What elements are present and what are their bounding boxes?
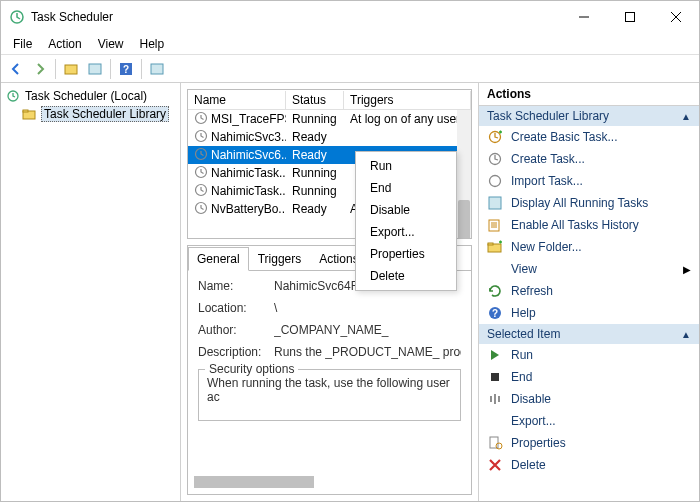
maximize-button[interactable] <box>607 1 653 33</box>
actions-selected-label: Selected Item <box>487 327 560 341</box>
ctx-properties[interactable]: Properties <box>356 243 456 265</box>
menu-action[interactable]: Action <box>40 35 89 53</box>
task-name: NvBatteryBo... <box>211 202 286 216</box>
clock-icon <box>194 201 208 218</box>
action-display-running[interactable]: Display All Running Tasks <box>479 192 699 214</box>
label-author: Author: <box>198 323 274 337</box>
action-end[interactable]: End <box>479 366 699 388</box>
create-basic-icon <box>487 129 503 145</box>
ctx-delete[interactable]: Delete <box>356 265 456 287</box>
task-name: MSI_TraceFPS <box>211 112 286 126</box>
create-icon <box>487 151 503 167</box>
task-status: Ready <box>286 148 344 162</box>
menu-file[interactable]: File <box>5 35 40 53</box>
svg-point-18 <box>490 176 501 187</box>
ctx-disable[interactable]: Disable <box>356 199 456 221</box>
vertical-scrollbar[interactable] <box>457 110 471 238</box>
svg-rect-22 <box>488 243 493 245</box>
folder-icon <box>487 239 503 255</box>
action-label: View <box>511 262 537 276</box>
toolbar-btn-2[interactable] <box>84 58 106 80</box>
toolbar: ? <box>1 55 699 83</box>
import-icon <box>487 173 503 189</box>
toolbar-btn-3[interactable] <box>146 58 168 80</box>
action-run[interactable]: Run <box>479 344 699 366</box>
action-help[interactable]: ?Help <box>479 302 699 324</box>
svg-rect-6 <box>151 64 163 74</box>
toolbar-btn-1[interactable] <box>60 58 82 80</box>
value-description: Runs the _PRODUCT_NAME_ produc <box>274 345 461 359</box>
tree-root[interactable]: Task Scheduler (Local) <box>3 87 178 105</box>
properties-icon <box>487 435 503 451</box>
action-delete[interactable]: Delete <box>479 454 699 476</box>
svg-rect-1 <box>626 13 635 22</box>
minimize-button[interactable] <box>561 1 607 33</box>
forward-button[interactable] <box>29 58 51 80</box>
tree-library-label: Task Scheduler Library <box>41 106 169 122</box>
action-create[interactable]: Create Task... <box>479 148 699 170</box>
value-author: _COMPANY_NAME_ <box>274 323 461 337</box>
action-label: Display All Running Tasks <box>511 196 648 210</box>
action-refresh[interactable]: Refresh <box>479 280 699 302</box>
clock-icon <box>194 129 208 146</box>
collapse-icon: ▲ <box>681 329 691 340</box>
horizontal-scrollbar[interactable] <box>194 476 314 488</box>
task-row[interactable]: MSI_TraceFPSRunningAt log on of any user <box>188 110 471 128</box>
action-label: Import Task... <box>511 174 583 188</box>
col-name[interactable]: Name <box>188 91 286 109</box>
menu-help[interactable]: Help <box>132 35 173 53</box>
task-name: NahimicTask... <box>211 184 286 198</box>
action-disable[interactable]: Disable <box>479 388 699 410</box>
action-properties[interactable]: Properties <box>479 432 699 454</box>
col-status[interactable]: Status <box>286 91 344 109</box>
menu-view[interactable]: View <box>90 35 132 53</box>
col-triggers[interactable]: Triggers <box>344 91 471 109</box>
security-options-box: Security options When running the task, … <box>198 369 461 421</box>
action-history[interactable]: Enable All Tasks History <box>479 214 699 236</box>
tab-triggers[interactable]: Triggers <box>249 247 311 271</box>
action-label: Disable <box>511 392 551 406</box>
svg-rect-9 <box>23 110 28 112</box>
close-button[interactable] <box>653 1 699 33</box>
tab-general[interactable]: General <box>188 247 249 271</box>
actions-library-list: Create Basic Task...Create Task...Import… <box>479 126 699 324</box>
label-name: Name: <box>198 279 274 293</box>
task-trigger: At log on of any user <box>344 112 471 126</box>
svg-rect-19 <box>489 197 501 209</box>
svg-rect-25 <box>491 373 499 381</box>
action-import[interactable]: Import Task... <box>479 170 699 192</box>
run-icon <box>487 347 503 363</box>
end-icon <box>487 369 503 385</box>
window-controls <box>561 1 699 33</box>
actions-selected-heading[interactable]: Selected Item ▲ <box>479 324 699 344</box>
action-create-basic[interactable]: Create Basic Task... <box>479 126 699 148</box>
actions-library-heading[interactable]: Task Scheduler Library ▲ <box>479 106 699 126</box>
action-folder[interactable]: New Folder... <box>479 236 699 258</box>
help-button[interactable]: ? <box>115 58 137 80</box>
main-body: Task Scheduler (Local) Task Scheduler Li… <box>1 83 699 501</box>
task-name: NahimicSvc6... <box>211 148 286 162</box>
security-text: When running the task, use the following… <box>207 376 452 404</box>
actions-library-label: Task Scheduler Library <box>487 109 609 123</box>
scroll-thumb[interactable] <box>458 200 470 239</box>
tree-library[interactable]: Task Scheduler Library <box>3 105 178 123</box>
svg-rect-2 <box>65 65 77 74</box>
action-label: Enable All Tasks History <box>511 218 639 232</box>
ctx-end[interactable]: End <box>356 177 456 199</box>
ctx-run[interactable]: Run <box>356 155 456 177</box>
refresh-icon <box>487 283 503 299</box>
action-export[interactable]: Export... <box>479 410 699 432</box>
clock-icon <box>194 147 208 164</box>
task-status: Running <box>286 112 344 126</box>
label-description: Description: <box>198 345 274 359</box>
action-view[interactable]: View▶ <box>479 258 699 280</box>
actions-heading: Actions <box>479 83 699 106</box>
display-running-icon <box>487 195 503 211</box>
ctx-export[interactable]: Export... <box>356 221 456 243</box>
action-label: Run <box>511 348 533 362</box>
back-button[interactable] <box>5 58 27 80</box>
clock-icon <box>194 165 208 182</box>
task-row[interactable]: NahimicSvc3...Ready <box>188 128 471 146</box>
action-label: Create Basic Task... <box>511 130 618 144</box>
svg-rect-26 <box>490 437 498 448</box>
